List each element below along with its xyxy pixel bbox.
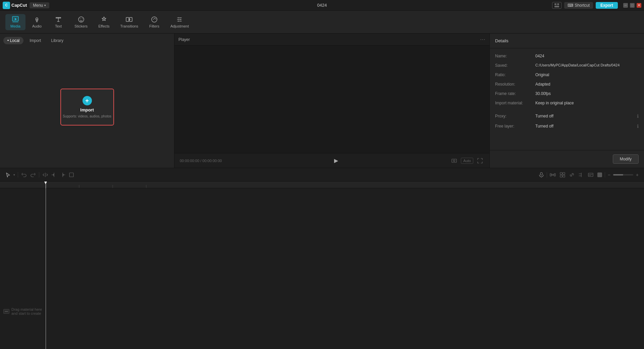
chain-button[interactable] (568, 171, 576, 179)
import-material-value: Keep in original place (535, 101, 639, 105)
minimize-button[interactable]: ─ (623, 3, 628, 8)
detail-ratio: Ratio: Original (495, 72, 639, 77)
ratio-label: Ratio: (495, 72, 535, 77)
import-card[interactable]: + Import Supports: videos, audios, photo… (60, 89, 114, 126)
logo-text: CapCut (11, 3, 27, 8)
timeline-ruler (46, 182, 644, 188)
detail-name: Name: 0424 (495, 54, 639, 58)
playhead-line (46, 182, 46, 349)
timeline-right-tools: − + (537, 171, 640, 179)
svg-point-8 (80, 18, 80, 19)
panel-tabs: • Local Import Library (0, 34, 174, 46)
filters-label: Filters (149, 24, 159, 28)
ruler-ticks (46, 182, 644, 188)
details-footer: Modify (490, 150, 644, 168)
time-current: 00:00:00:00 (180, 159, 199, 163)
zoom-slider[interactable] (613, 174, 633, 176)
mic-record-button[interactable] (537, 171, 545, 179)
toolbar-media[interactable]: Media (5, 14, 25, 30)
tab-import[interactable]: Import (25, 37, 45, 44)
tab-local[interactable]: • Local (3, 37, 23, 44)
trim-prev-button[interactable] (50, 171, 58, 179)
tab-library[interactable]: Library (47, 37, 67, 44)
player-right-controls: Auto (450, 157, 484, 165)
trim-next-button[interactable] (59, 171, 67, 179)
ratio-value: Original (535, 72, 639, 77)
cursor-tool-button[interactable] (4, 171, 12, 179)
zoom-out-button[interactable]: − (606, 171, 612, 179)
delete-button[interactable] (67, 171, 75, 179)
media-label: Media (10, 24, 20, 28)
export-button[interactable]: Export (596, 2, 618, 9)
effects-icon (101, 16, 107, 23)
delete-icon (69, 172, 74, 178)
import-card-label: Import (80, 107, 94, 112)
effects-label: Effects (98, 24, 109, 28)
toolbar-text[interactable]: Text (48, 14, 68, 30)
shortcut-button[interactable]: ⌨ Shortcut (564, 2, 593, 9)
grid-button[interactable] (558, 171, 567, 179)
player-options-icon[interactable]: ⋯ (480, 36, 485, 43)
toolbar-adjustment[interactable]: Adjustment (166, 14, 194, 30)
play-button[interactable]: ▶ (331, 156, 341, 165)
menu-button[interactable]: Menu ▾ (30, 2, 49, 8)
maximize-button[interactable]: □ (630, 3, 635, 8)
split2-button[interactable] (577, 171, 585, 179)
proxy-label: Proxy: (495, 114, 535, 118)
adjustment-label: Adjustment (170, 24, 189, 28)
drag-hint-text: Drag material here and start to create (11, 307, 45, 315)
ratio-button[interactable]: Auto (461, 158, 473, 164)
layout-icon[interactable] (552, 2, 561, 9)
svg-point-13 (178, 17, 179, 18)
redo-button[interactable] (29, 171, 37, 179)
text-label: Text (55, 24, 62, 28)
svg-point-6 (36, 18, 38, 20)
split-icon (43, 172, 48, 178)
audio-icon (34, 16, 40, 23)
grid-icon (560, 172, 565, 178)
detail-import-material: Import material: Keep in original place (495, 101, 639, 105)
modify-button[interactable]: Modify (613, 154, 639, 164)
framerate-value: 30.00fps (535, 91, 639, 96)
toolbar-filters[interactable]: Filters (144, 14, 164, 30)
resolution-value: Adapted (535, 82, 639, 87)
proxy-info-icon[interactable]: ℹ (637, 113, 639, 119)
details-header: Details (490, 34, 644, 48)
audio-label: Audio (32, 24, 42, 28)
player-panel: Player ⋯ 00:00:00:00 / 00:00:00:00 ▶ (174, 34, 490, 168)
screenshot-button[interactable] (450, 157, 458, 165)
free-layer-info-icon[interactable]: ℹ (637, 123, 639, 129)
svg-rect-23 (563, 172, 565, 174)
svg-point-15 (178, 20, 179, 22)
svg-point-12 (152, 17, 157, 22)
app-logo: C CapCut (3, 2, 27, 9)
import-plus-icon: + (83, 96, 92, 105)
toolbar-stickers[interactable]: Stickers (70, 14, 92, 30)
screenshot-icon (451, 158, 457, 163)
close-button[interactable]: ✕ (637, 3, 641, 8)
cursor-dropdown[interactable]: ▾ (13, 173, 16, 177)
svg-rect-16 (452, 159, 457, 162)
app-body: • Local Import Library + Import Supports… (0, 34, 644, 349)
toolbar-audio[interactable]: Audio (27, 14, 47, 30)
caption-button[interactable] (587, 171, 595, 178)
fullscreen-button[interactable] (476, 157, 484, 165)
saved-label: Saved: (495, 63, 535, 68)
timeline-section: ▾ (0, 168, 644, 349)
track-area[interactable] (46, 182, 644, 349)
split-button[interactable] (41, 171, 49, 179)
separator-3 (547, 172, 547, 178)
fullscreen-icon (477, 158, 483, 163)
split2-icon (579, 172, 584, 178)
project-title: 0424 (317, 3, 327, 8)
free-layer-value: Turned off (535, 124, 637, 129)
caption-icon (588, 173, 593, 177)
toolbar-effects[interactable]: Effects (94, 14, 114, 30)
link-button[interactable] (548, 171, 557, 179)
drag-hint: Drag material here and start to create (3, 307, 45, 315)
color-block-button[interactable] (596, 171, 603, 179)
undo-button[interactable] (20, 171, 28, 179)
toolbar-transitions[interactable]: Transitions (116, 14, 143, 30)
zoom-in-button[interactable]: + (635, 171, 640, 179)
player-time: 00:00:00:00 / 00:00:00:00 (180, 159, 222, 163)
